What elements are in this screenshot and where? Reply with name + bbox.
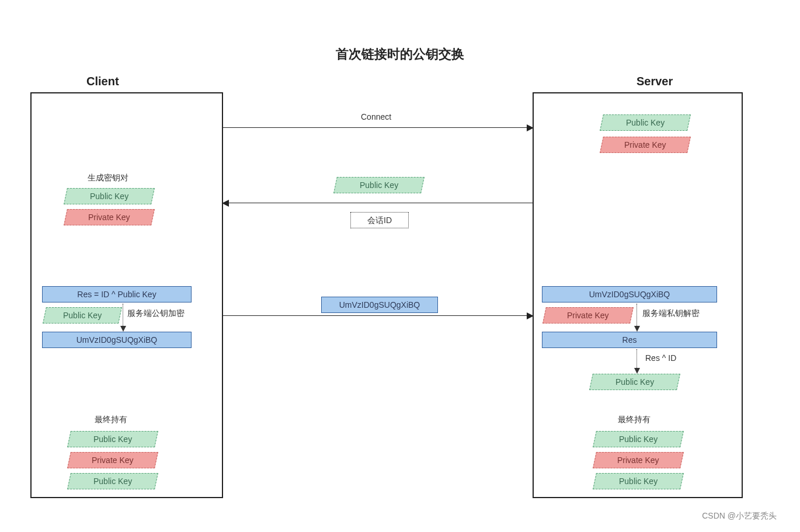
client-dotted-arrow [123, 304, 123, 331]
res-xor-id-label: Res ^ ID [645, 353, 676, 363]
client-label: Client [86, 75, 119, 88]
server-cipher: UmVzID0gSUQgXiBQ [542, 286, 717, 302]
client-final-pub-2: Public Key [67, 473, 158, 489]
client-cipher: UmVzID0gSUQgXiBQ [42, 332, 192, 348]
server-recovered-pub: Public Key [589, 374, 680, 390]
server-private-key: Private Key [600, 137, 691, 153]
server-dec-with-priv: Private Key [542, 307, 634, 324]
client-final-label: 最终持有 [95, 415, 127, 425]
connect-label: Connect [361, 112, 391, 121]
watermark: CSDN @小艺要秃头 [702, 511, 777, 521]
encrypt-note: 服务端公钥加密 [127, 308, 185, 319]
arrow-connect [223, 127, 533, 128]
arrow-server-to-client [223, 203, 533, 203]
cipher-on-wire: UmVzID0gSUQgXiBQ [321, 297, 438, 313]
session-id-box: 会话ID [350, 212, 409, 228]
arrow-client-to-server [223, 315, 533, 316]
decrypt-note: 服务端私钥解密 [642, 308, 700, 319]
client-final-priv: Private Key [67, 452, 158, 468]
server-res: Res [542, 332, 717, 348]
server-public-key: Public Key [600, 114, 691, 131]
mid-public-key: Public Key [333, 177, 425, 193]
client-final-pub-1: Public Key [67, 431, 158, 447]
client-enc-with-pub: Public Key [43, 307, 122, 324]
server-final-label: 最终持有 [618, 415, 651, 425]
server-final-pub-1: Public Key [593, 431, 684, 447]
client-public-key: Public Key [64, 188, 155, 204]
server-label: Server [636, 75, 673, 88]
client-res-formula: Res = ID ^ Public Key [42, 286, 192, 302]
client-private-key: Private Key [64, 209, 155, 225]
server-dotted-arrow-2 [636, 349, 637, 373]
gen-keypair-label: 生成密钥对 [88, 173, 128, 183]
server-final-pub-2: Public Key [593, 473, 684, 489]
diagram-title: 首次链接时的公钥交换 [0, 46, 800, 63]
server-final-priv: Private Key [593, 452, 684, 468]
server-dotted-arrow-1 [636, 304, 637, 331]
